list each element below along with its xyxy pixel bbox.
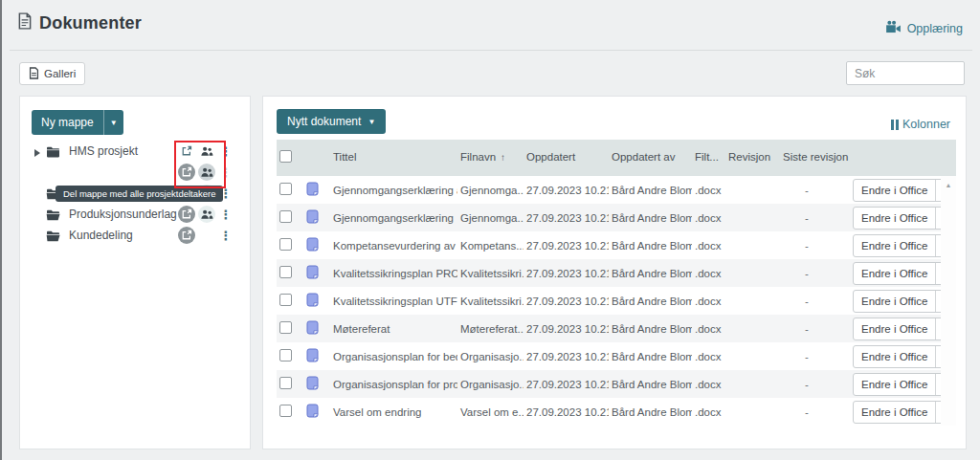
gallery-button[interactable]: Galleri (19, 62, 85, 85)
row-checkbox[interactable] (279, 210, 292, 223)
edit-in-office-button[interactable]: Endre i Office▼ (853, 345, 941, 368)
sort-ascending-icon: ↑ (501, 152, 505, 163)
document-file-icon[interactable] (306, 320, 319, 335)
share-with-participants-icon[interactable] (198, 206, 215, 223)
folder-menu-icon[interactable]: ⋮ (220, 227, 232, 244)
column-header-tittel[interactable]: Tittel (330, 151, 457, 164)
edit-in-office-label: Endre i Office (854, 268, 935, 279)
column-header-filtype[interactable]: Filt... (692, 151, 725, 164)
row-checkbox[interactable] (279, 405, 292, 417)
edit-in-office-button[interactable]: Endre i Office▼ (853, 234, 941, 257)
cell-last-revision: - (780, 379, 850, 390)
cell-title: Organisasjonsplan for bedrift (330, 351, 457, 362)
column-header-filnavn[interactable]: Filnavn↑ (457, 151, 523, 164)
edit-in-office-button[interactable]: Endre i Office▼ (853, 207, 941, 230)
document-file-icon[interactable] (306, 265, 319, 279)
page-title-wrap: Dokumenter (17, 12, 142, 33)
folder-menu-icon[interactable]: ⋮ (220, 206, 232, 223)
cell-updated: 27.09.2023 10.21 (523, 406, 609, 418)
cell-filename: Gjennomga... (457, 185, 523, 196)
table-row[interactable]: MøtereferatMøtereferat...27.09.2023 10.2… (277, 315, 941, 342)
column-header-oppdatert[interactable]: Oppdatert (523, 151, 609, 164)
new-document-dropdown-caret: ▼ (368, 118, 375, 126)
edit-in-office-button[interactable]: Endre i Office▼ (853, 318, 941, 340)
share-with-participants-icon[interactable] (198, 142, 215, 160)
row-checkbox[interactable] (279, 377, 292, 389)
folder-row-kvalitetssikring[interactable]: Kvalitetssikring⋮ (20, 162, 250, 183)
table-row[interactable]: Kompetansevurdering av in...Kompetans...… (277, 231, 941, 259)
folder-menu-icon[interactable]: ⋮ (220, 142, 232, 160)
document-file-icon[interactable] (306, 348, 319, 362)
table-scrollbar[interactable]: ▲ (941, 176, 956, 426)
document-file-icon[interactable] (306, 404, 319, 418)
new-folder-button[interactable]: Ny mappe ▼ (32, 110, 123, 135)
table-row[interactable]: Organisasjonsplan for prosj...Organisasj… (277, 370, 941, 398)
edit-in-office-label: Endre i Office (854, 323, 935, 335)
cell-title: Gjennomgangserklæring av... (330, 185, 457, 196)
documents-toolbar: Nytt dokument ▼ Kolonner (277, 109, 950, 134)
table-row[interactable]: Gjennomgangserklæring av...Gjennomga...2… (277, 176, 941, 204)
header-checkbox-cell (277, 150, 301, 165)
share-with-participants-icon[interactable] (198, 164, 215, 181)
row-checkbox[interactable] (279, 294, 292, 306)
search-input[interactable] (846, 61, 965, 85)
training-link[interactable]: Opplæring (885, 20, 963, 36)
cell-updated-by: Bård Andre Blom (609, 185, 692, 196)
folder-row-kundedeling[interactable]: Kundedeling⋮ (20, 225, 250, 246)
cell-updated-by: Bård Andre Blom (609, 323, 692, 335)
columns-button[interactable]: Kolonner (891, 118, 950, 131)
column-header-siste-revisjon[interactable]: Siste revisjon (780, 151, 850, 164)
row-checkbox[interactable] (279, 266, 292, 278)
folder-row-produksjonsunderlag[interactable]: Produksjonsunderlag⋮ (20, 204, 250, 225)
folder-row-hms-prosjekt[interactable]: HMS prosjekt⋮ (20, 141, 250, 162)
edit-in-office-button[interactable]: Endre i Office▼ (853, 373, 941, 396)
edit-in-office-label: Endre i Office (854, 406, 935, 418)
share-folder-icon[interactable] (178, 164, 195, 181)
column-header-revisjon[interactable]: Revisjon (725, 151, 780, 164)
document-file-icon[interactable] (306, 293, 319, 307)
edit-in-office-label: Endre i Office (854, 351, 935, 362)
share-folder-icon[interactable] (178, 206, 195, 223)
cell-updated: 27.09.2023 10.21 (523, 323, 609, 335)
edit-in-office-button[interactable]: Endre i Office▼ (853, 290, 941, 313)
folder-menu-icon[interactable]: ⋮ (220, 164, 232, 181)
folder-icon (46, 145, 61, 158)
cell-last-revision: - (780, 268, 850, 279)
table-row[interactable]: Varsel om endringVarsel om e...27.09.202… (277, 398, 941, 426)
expand-caret-icon[interactable] (34, 146, 46, 156)
cell-updated: 27.09.2023 10.21 (523, 268, 609, 279)
document-file-icon[interactable] (306, 237, 319, 252)
table-row[interactable]: GjennomgangserklæringGjennomga...27.09.2… (277, 204, 941, 231)
edit-in-office-button[interactable]: Endre i Office▼ (853, 262, 941, 285)
table-row[interactable]: Organisasjonsplan for bedriftOrganisasjo… (277, 342, 941, 370)
share-folder-icon[interactable] (178, 142, 195, 160)
table-row[interactable]: Kvalitetssikringsplan PROKvalitetssikri.… (277, 259, 941, 287)
expand-caret-icon (34, 230, 46, 240)
select-all-checkbox[interactable] (279, 150, 292, 163)
row-checkbox[interactable] (279, 183, 292, 195)
cell-filename: Møtereferat... (457, 323, 523, 335)
document-file-icon[interactable] (306, 182, 319, 196)
edit-in-office-button[interactable]: Endre i Office▼ (853, 401, 941, 424)
folder-label: Kundedeling (69, 229, 133, 242)
edit-in-office-button[interactable]: Endre i Office▼ (853, 179, 941, 202)
document-file-icon[interactable] (306, 376, 319, 390)
column-header-oppdatert-av[interactable]: Oppdatert av (609, 151, 692, 164)
documents-screen: Dokumenter Opplæring Galleri Ny mappe ▼ (0, 0, 980, 460)
cell-updated-by: Bård Andre Blom (609, 379, 692, 390)
scroll-up-arrow-icon[interactable]: ▲ (941, 176, 956, 188)
table-row[interactable]: Kvalitetssikringsplan UTFKvalitetssikri.… (277, 287, 941, 315)
cell-filetype: .docx (692, 185, 725, 196)
document-file-icon[interactable] (306, 209, 319, 224)
cell-last-revision: - (780, 296, 850, 307)
new-document-button[interactable]: Nytt dokument ▼ (277, 109, 386, 134)
row-checkbox[interactable] (279, 349, 292, 361)
row-checkbox[interactable] (279, 321, 292, 334)
cell-filetype: .docx (692, 268, 725, 279)
gallery-document-icon (29, 67, 39, 81)
edit-in-office-label: Endre i Office (854, 296, 935, 307)
share-folder-icon[interactable] (178, 227, 195, 244)
new-folder-dropdown-caret[interactable]: ▼ (103, 110, 123, 135)
row-checkbox[interactable] (279, 238, 292, 251)
folder-label: Produksjonsunderlag (69, 208, 177, 221)
